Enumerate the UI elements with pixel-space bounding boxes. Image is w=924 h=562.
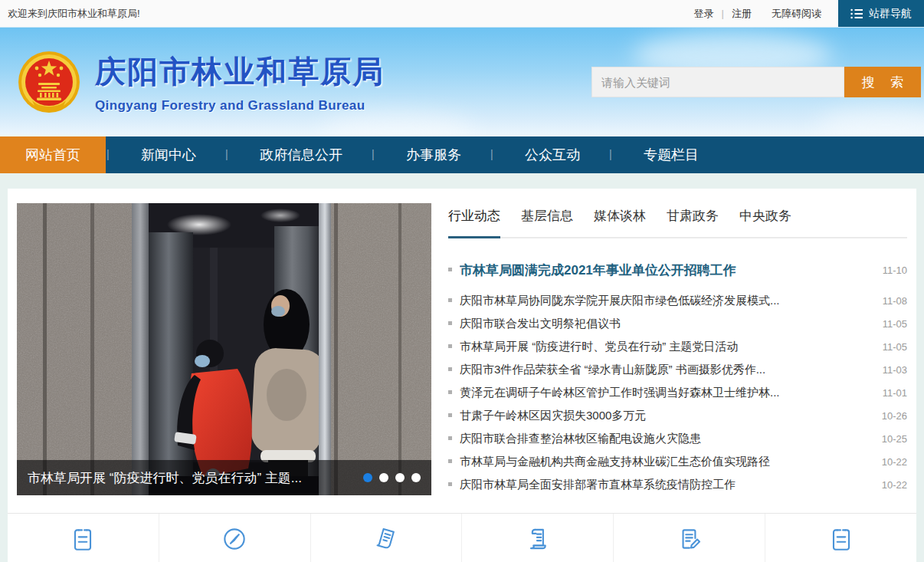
service-cell-1[interactable] [8, 514, 159, 562]
site-group-nav-button[interactable]: 站群导航 [838, 0, 924, 27]
list-menu-icon [850, 8, 863, 19]
news-item[interactable]: 市林草局圆满完成2021年事业单位公开招聘工作 11-10 [448, 255, 907, 284]
national-emblem-logo [17, 50, 81, 114]
register-link[interactable]: 注册 [732, 7, 752, 21]
carousel-caption-bar: 市林草局开展 “防疫进行时、党员在行动” 主题... [17, 460, 431, 495]
main-navigation: 网站首页 新闻中心 政府信息公开 办事服务 公众互动 专题栏目 [0, 136, 924, 173]
search-button[interactable]: 搜 索 [844, 67, 921, 97]
compass-icon [220, 524, 249, 554]
news-item[interactable]: 庆阳市联合发出文明祭祀倡议书 11-05 [448, 312, 907, 335]
quick-services-row [8, 513, 916, 562]
news-tabs: 行业动态 基层信息 媒体谈林 甘肃政务 中央政务 [448, 203, 907, 238]
elevator-door-left [149, 232, 193, 495]
service-cell-2[interactable] [159, 514, 310, 562]
news-item[interactable]: 市林草局与金融机构共商金融支持林业碳汇生态价值实现路径 10-22 [448, 450, 907, 473]
clipboard-icon [827, 524, 856, 554]
cloud-decoration [322, 112, 475, 136]
cloud-decoration [817, 107, 924, 136]
welcome-text: 欢迎来到庆阳市林业和草原局! [8, 7, 140, 21]
edit-document-icon [675, 524, 704, 554]
news-item[interactable]: 庆阳市林草局全面安排部署市直林草系统疫情防控工作 10-22 [448, 473, 907, 496]
site-titles: 庆阳市林业和草原局 Qingyang Forestry and Grasslan… [95, 51, 385, 113]
site-subtitle-english: Qingyang Forestry and Grassland Bureau [95, 98, 385, 113]
nav-item-special-topics[interactable]: 专题栏目 [615, 136, 727, 173]
main-content-panel: 市林草局开展 “防疫进行时、党员在行动” 主题... 行业动态 基层信息 媒体谈… [8, 189, 916, 562]
nav-item-gov-info[interactable]: 政府信息公开 [231, 136, 371, 173]
nav-item-home[interactable]: 网站首页 [0, 136, 106, 173]
tab-grassroots-info[interactable]: 基层信息 [521, 207, 573, 238]
tab-gansu-gov[interactable]: 甘肃政务 [667, 207, 719, 238]
nav-item-services[interactable]: 办事服务 [378, 136, 490, 173]
top-utility-bar: 欢迎来到庆阳市林业和草原局! 登录 | 注册 无障碍阅读 站群导航 [0, 0, 924, 28]
news-item[interactable]: 黄泽元在调研子午岭林区管护工作时强调当好森林卫士维护林... 11-01 [448, 381, 907, 404]
granite-wall-left [17, 203, 132, 495]
content-columns: 市林草局开展 “防疫进行时、党员在行动” 主题... 行业动态 基层信息 媒体谈… [8, 189, 916, 513]
search-input[interactable] [591, 67, 844, 97]
news-section: 行业动态 基层信息 媒体谈林 甘肃政务 中央政务 市林草局圆满完成2021年事业… [448, 203, 907, 496]
nav-item-news-center[interactable]: 新闻中心 [113, 136, 224, 173]
door-frame-left [132, 203, 149, 495]
topbar-right-group: 登录 | 注册 无障碍阅读 站群导航 [694, 0, 924, 27]
carousel-dot-3[interactable] [395, 473, 405, 482]
news-item[interactable]: 甘肃子午岭林区因灾损失3000多万元 10-26 [448, 404, 907, 427]
site-group-nav-label: 站群导航 [869, 7, 912, 21]
door-frame-right [319, 203, 331, 495]
service-cell-6[interactable] [765, 514, 916, 562]
receipt-icon [372, 524, 401, 554]
news-carousel[interactable]: 市林草局开展 “防疫进行时、党员在行动” 主题... [17, 203, 431, 495]
granite-wall-right [331, 203, 431, 495]
news-item[interactable]: 市林草局开展 “防疫进行时、党员在行动” 主题党日活动 11-05 [448, 335, 907, 358]
clipboard-icon [68, 524, 97, 554]
carousel-photo-elevator-scene [17, 203, 431, 495]
search-bar: 搜 索 [591, 67, 921, 97]
tab-central-gov[interactable]: 中央政务 [739, 207, 791, 238]
carousel-caption[interactable]: 市林草局开展 “防疫进行时、党员在行动” 主题... [28, 469, 302, 487]
carousel-dots [363, 473, 421, 482]
accessibility-link[interactable]: 无障碍阅读 [772, 7, 821, 21]
news-item[interactable]: 庆阳市林草局协同陇东学院开展庆阳市绿色低碳经济发展模式... 11-08 [448, 289, 907, 312]
service-cell-4[interactable] [461, 514, 613, 562]
site-brand: 庆阳市林业和草原局 Qingyang Forestry and Grasslan… [17, 50, 385, 114]
login-register-separator: | [722, 8, 724, 19]
tab-media-forestry[interactable]: 媒体谈林 [594, 207, 646, 238]
nav-item-public-interaction[interactable]: 公众互动 [496, 136, 608, 173]
news-list: 市林草局圆满完成2021年事业单位公开招聘工作 11-10 庆阳市林草局协同陇东… [448, 255, 907, 496]
news-item[interactable]: 庆阳市3件作品荣获全省 “绿水青山新陇原” 书画摄影优秀作... 11-03 [448, 358, 907, 381]
carousel-dot-2[interactable] [379, 473, 388, 482]
site-title: 庆阳市林业和草原局 [95, 51, 385, 93]
login-link[interactable]: 登录 [694, 7, 714, 21]
carousel-dot-4[interactable] [411, 473, 421, 482]
carousel-dot-1[interactable] [363, 473, 372, 482]
service-cell-5[interactable] [613, 514, 765, 562]
service-cell-3[interactable] [310, 514, 462, 562]
site-header: 庆阳市林业和草原局 Qingyang Forestry and Grasslan… [0, 28, 924, 136]
tab-industry-news[interactable]: 行业动态 [448, 207, 500, 238]
scroll-icon [523, 524, 552, 554]
news-item[interactable]: 庆阳市联合排查整治林牧区输配电设施火灾隐患 10-25 [448, 427, 907, 450]
